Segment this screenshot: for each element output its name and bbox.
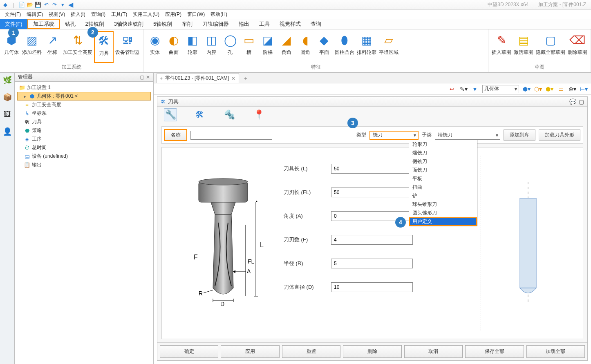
vt-cube1-icon[interactable]: ⬢▾ — [522, 85, 531, 93]
menu-app[interactable]: 应用(P) — [165, 11, 181, 18]
tree-item-geometry[interactable]: ▸⬢几何体 : 零件001 < — [17, 92, 151, 100]
tree-root[interactable]: 📁加工设置 1 — [17, 83, 151, 92]
tree-item-output[interactable]: 📋输出 — [17, 161, 151, 169]
sidebar-tree-icon[interactable]: 🌿 — [2, 75, 12, 85]
load-all-button[interactable]: 加载全部 — [526, 345, 585, 358]
field-input-f[interactable] — [331, 235, 413, 245]
ribbon-surface[interactable]: ◐曲面 — [165, 31, 183, 63]
sidebar-image-icon[interactable]: 🖼 — [2, 109, 12, 119]
vt-select-geometry[interactable]: 几何体 — [482, 85, 519, 93]
field-input-d[interactable] — [331, 282, 413, 292]
panel-close-icon[interactable]: ✕ — [146, 74, 150, 80]
tree-item-tool[interactable]: 🛠刀具 — [17, 118, 151, 126]
mode-tab-2[interactable]: 🛠 — [193, 108, 206, 121]
dropdown-item[interactable]: 圆头锥形刀 — [409, 209, 477, 217]
vt-cube2-icon[interactable]: ⬡▾ — [534, 85, 542, 93]
new-icon[interactable]: 📄 — [18, 1, 25, 9]
close-icon[interactable]: ✕ — [231, 76, 235, 81]
ribbon-tab-output[interactable]: 输出 — [234, 19, 254, 29]
ribbon-pocket[interactable]: ◫内腔 — [202, 31, 220, 63]
dropdown-item-selected[interactable]: 用户定义 — [409, 217, 477, 226]
ribbon-delete-sketch[interactable]: ⌫删除草图 — [567, 31, 588, 63]
ribbon-nest[interactable]: ▦排料轮廓 — [356, 31, 377, 63]
undo-icon[interactable]: ↶ — [43, 1, 50, 9]
vt-rect-icon[interactable]: ▭ — [557, 85, 565, 93]
vt-measure-icon[interactable]: ⊢▾ — [580, 85, 588, 93]
ribbon-hide-sketch[interactable]: ▢隐藏全部草图 — [535, 31, 566, 63]
ribbon-tab-tools[interactable]: 工具 — [254, 19, 275, 29]
tree-item-op[interactable]: ◈工序 — [17, 135, 151, 143]
vt-filter-icon[interactable]: ▼ — [471, 85, 479, 93]
ribbon-solid[interactable]: ◉实体 — [146, 31, 164, 63]
ribbon-fillet[interactable]: ◖圆角 — [296, 31, 314, 63]
cancel-button[interactable]: 取消 — [404, 345, 463, 358]
panel-float-icon[interactable]: ▢ — [140, 74, 144, 80]
dropdown-item[interactable]: 轮形刀 — [409, 140, 477, 149]
sidebar-user-icon[interactable]: 👤 — [2, 127, 12, 136]
subtype-select[interactable]: 端铣刀 — [435, 131, 500, 140]
dropdown-item[interactable]: 球头锥形刀 — [409, 200, 477, 209]
ribbon-tab-3axis[interactable]: 3轴快速铣削 — [109, 19, 148, 29]
document-tab[interactable]: + 零件001.Z3 - [零件001_CAM] ✕ — [156, 73, 239, 83]
menu-edit[interactable]: 编辑(E) — [27, 11, 43, 18]
tree-item-time[interactable]: ⏱总时间 — [17, 143, 151, 152]
open-icon[interactable]: 📂 — [26, 1, 34, 9]
redo-icon[interactable]: ↷ — [51, 1, 58, 9]
ribbon-tab-visual[interactable]: 视觉样式 — [275, 19, 306, 29]
name-input[interactable] — [190, 131, 272, 140]
ribbon-device-mgr[interactable]: 🖳设备管理器 — [114, 31, 141, 63]
field-input-r[interactable] — [331, 259, 413, 268]
menu-window[interactable]: 窗口(W) — [187, 11, 205, 18]
ribbon-hole[interactable]: ◯孔 — [221, 31, 239, 63]
load-contour-button[interactable]: 加载刀具外形 — [539, 130, 580, 141]
save-icon[interactable]: 💾 — [34, 1, 42, 9]
dialog-chat-icon[interactable]: 💬 — [569, 98, 576, 105]
vt-cube3-icon[interactable]: ⬢▾ — [545, 85, 553, 93]
dialog-collapse-icon[interactable]: ▢ — [579, 98, 584, 105]
ribbon-insert-sketch[interactable]: ✎插入草图 — [491, 31, 512, 63]
menu-utilities[interactable]: 实用工具(U) — [133, 11, 159, 18]
type-select[interactable]: 铣刀 — [369, 131, 419, 140]
ribbon-tab-file[interactable]: 文件(F) 1 — [0, 19, 27, 29]
name-button[interactable]: 名称 — [164, 129, 187, 141]
dropdown-item[interactable]: 扭曲 — [409, 183, 477, 192]
ribbon-flat[interactable]: ▱平坦区域 — [378, 31, 399, 63]
ribbon-tool[interactable]: 2 🛠刀具 — [94, 31, 114, 63]
ribbon-step[interactable]: ◪阶梯 — [259, 31, 277, 63]
ribbon-tab-query2[interactable]: 查询 — [306, 19, 326, 29]
menu-help[interactable]: 帮助(H) — [210, 11, 227, 18]
vt-brush-icon[interactable]: ✎▾ — [459, 85, 468, 93]
tree-item-coord[interactable]: ↳坐标系 — [17, 109, 151, 118]
ok-button[interactable]: 确定 — [160, 345, 218, 358]
tree-item-device[interactable]: 🖴设备 (undefined) — [17, 152, 151, 161]
ribbon-stock[interactable]: ▨添加坯料 — [21, 31, 43, 63]
tree-item-strategy[interactable]: ⬣策略 — [17, 126, 151, 135]
qat-more-icon[interactable]: ▾ — [59, 1, 66, 9]
field-input-l[interactable] — [331, 164, 413, 174]
ribbon-coord[interactable]: ↗坐标 — [43, 31, 61, 63]
delete-button[interactable]: 删除 — [343, 345, 401, 358]
back-icon[interactable]: ◀ — [67, 1, 74, 9]
sidebar-box-icon[interactable]: 📦 — [2, 92, 12, 102]
ribbon-slot[interactable]: ▭槽 — [240, 31, 258, 63]
ribbon-tab-trackedit[interactable]: 刀轨编辑器 — [197, 19, 234, 29]
vt-target-icon[interactable]: ⊕▾ — [568, 85, 576, 93]
dropdown-item[interactable]: 面铣刀 — [409, 166, 477, 174]
mode-tab-4[interactable]: 📍 — [252, 108, 265, 121]
ribbon-tab-5axis[interactable]: 5轴铣削 — [148, 19, 177, 29]
document-tab-add[interactable]: + — [241, 74, 251, 83]
dropdown-item[interactable]: 端铣刀 — [409, 149, 477, 157]
menu-file[interactable]: 文件(F) — [5, 11, 21, 18]
ribbon-chamfer[interactable]: ◢倒角 — [278, 31, 296, 63]
dropdown-item[interactable]: 侧铣刀 — [409, 157, 477, 166]
ribbon-boss[interactable]: ⬮圆柱凸台 — [334, 31, 355, 63]
ribbon-tab-cam-system[interactable]: 加工系统 — [27, 19, 60, 29]
save-all-button[interactable]: 保存全部 — [465, 345, 524, 358]
menu-query[interactable]: 查询(I) — [91, 11, 105, 18]
menu-insert[interactable]: 插入(I) — [71, 11, 85, 18]
menu-view[interactable]: 视图(V) — [49, 11, 65, 18]
field-input-fl[interactable] — [331, 188, 413, 197]
ribbon-activate-sketch[interactable]: ▤激活草图 — [513, 31, 534, 63]
menu-tools[interactable]: 工具(T) — [111, 11, 127, 18]
ribbon-profile[interactable]: ◧轮廓 — [184, 31, 201, 63]
